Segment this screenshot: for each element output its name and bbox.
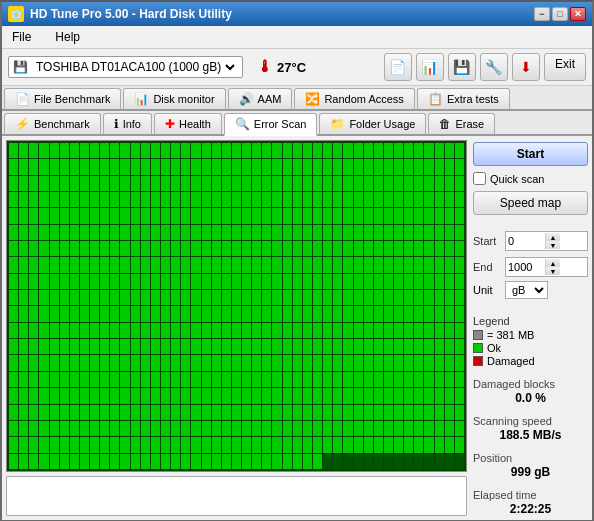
tab-info[interactable]: ℹ Info [103,113,152,134]
grid-cell [445,208,454,223]
maximize-button[interactable]: □ [552,7,568,21]
grid-cell [242,306,251,321]
grid-cell [445,192,454,207]
grid-cell [272,208,281,223]
grid-cell [414,274,423,289]
grid-cell [90,437,99,452]
grid-cell [9,274,18,289]
grid-cell [435,257,444,272]
grid-cell [181,241,190,256]
grid-cell [29,339,38,354]
grid-cell [374,208,383,223]
speed-map-button[interactable]: Speed map [473,191,588,215]
grid-cell [424,208,433,223]
grid-cell [141,290,150,305]
tab-extra-tests[interactable]: 📋 Extra tests [417,88,510,109]
grid-cell [374,372,383,387]
grid-cell [120,405,129,420]
close-button[interactable]: ✕ [570,7,586,21]
grid-cell [242,421,251,436]
grid-cell [151,355,160,370]
toolbar-btn-5[interactable]: ⬇ [512,53,540,81]
grid-cell [80,290,89,305]
grid-cell [131,421,140,436]
grid-cell [212,143,221,158]
grid-cell [202,355,211,370]
end-down-button[interactable]: ▼ [546,267,560,275]
grid-cell [414,257,423,272]
grid-cell [202,225,211,240]
grid-cell [354,339,363,354]
grid-cell [39,143,48,158]
grid-cell [435,143,444,158]
grid-cell [50,339,59,354]
menu-help[interactable]: Help [49,28,86,46]
grid-cell [191,159,200,174]
tab-health[interactable]: ✚ Health [154,113,222,134]
grid-cell [343,323,352,338]
grid-cell [374,388,383,403]
grid-cell [333,355,342,370]
grid-cell [141,323,150,338]
menu-file[interactable]: File [6,28,37,46]
grid-cell [283,290,292,305]
grid-cell [161,355,170,370]
end-up-button[interactable]: ▲ [546,259,560,267]
toolbar-btn-1[interactable]: 📄 [384,53,412,81]
grid-cell [110,208,119,223]
grid-cell [181,143,190,158]
end-input[interactable] [508,261,543,273]
legend-size-label: = 381 MB [487,329,534,341]
tab-random-access[interactable]: 🔀 Random Access [294,88,414,109]
grid-cell [303,176,312,191]
grid-cell [100,421,109,436]
tab-benchmark[interactable]: ⚡ Benchmark [4,113,101,134]
grid-cell [9,208,18,223]
grid-cell [191,192,200,207]
grid-cell [80,306,89,321]
start-down-button[interactable]: ▼ [546,241,560,249]
grid-cell [222,437,231,452]
legend-size-color [473,330,483,340]
toolbar-btn-4[interactable]: 🔧 [480,53,508,81]
tab-error-scan[interactable]: 🔍 Error Scan [224,113,318,136]
grid-cell [343,372,352,387]
toolbar-btn-2[interactable]: 📊 [416,53,444,81]
grid-cell [384,421,393,436]
grid-cell [424,454,433,469]
grid-cell [242,454,251,469]
grid-cell [394,274,403,289]
minimize-button[interactable]: − [534,7,550,21]
grid-cell [29,306,38,321]
grid-cell [313,306,322,321]
grid-cell [232,159,241,174]
grid-cell [19,192,28,207]
start-up-button[interactable]: ▲ [546,233,560,241]
grid-cell [90,143,99,158]
tab-folder-usage[interactable]: 📁 Folder Usage [319,113,426,134]
exit-button[interactable]: Exit [544,53,586,81]
app-icon: 💿 [8,6,24,22]
grid-cell [374,323,383,338]
grid-cell [343,339,352,354]
grid-cell [161,290,170,305]
quick-scan-checkbox[interactable] [473,172,486,185]
grid-cell [70,355,79,370]
start-input[interactable] [508,235,543,247]
tab-erase[interactable]: 🗑 Erase [428,113,495,134]
grid-cell [141,405,150,420]
start-button[interactable]: Start [473,142,588,166]
grid-cell [141,257,150,272]
grid-cell [283,192,292,207]
grid-cell [120,437,129,452]
grid-cell [424,323,433,338]
unit-select[interactable]: gB MB kB [505,281,548,299]
drive-selector[interactable]: 💾 TOSHIBA DT01ACA100 (1000 gB) [8,56,243,78]
grid-cell [364,437,373,452]
toolbar-btn-3[interactable]: 💾 [448,53,476,81]
grid-cell [171,339,180,354]
tab-file-benchmark[interactable]: 📄 File Benchmark [4,88,121,109]
tab-disk-monitor[interactable]: 📊 Disk monitor [123,88,225,109]
tab-aam[interactable]: 🔊 AAM [228,88,293,109]
drive-dropdown[interactable]: TOSHIBA DT01ACA100 (1000 gB) [32,59,238,75]
